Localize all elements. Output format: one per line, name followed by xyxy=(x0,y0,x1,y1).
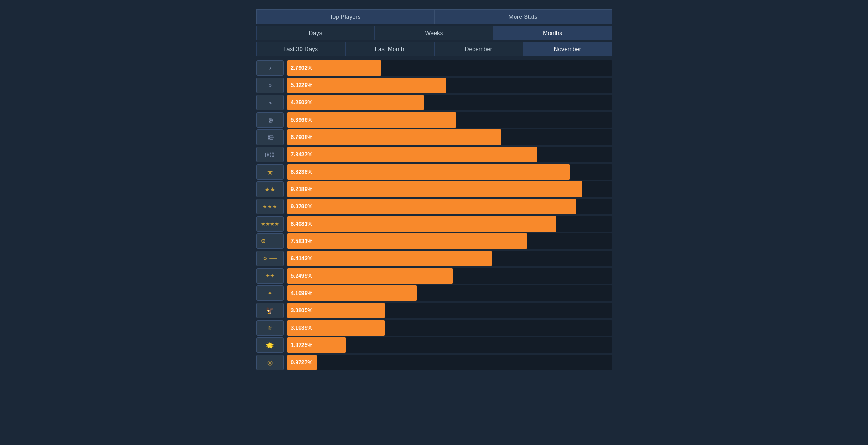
bar-fill-2: 4.2503% xyxy=(287,95,424,110)
bar-fill-8: 9.0790% xyxy=(287,199,577,214)
bar-fill-16: 1.8725% xyxy=(287,337,346,353)
bar-fill-15: 3.1039% xyxy=(287,320,385,336)
chart-row: ⚙ ═══7.5831% xyxy=(256,233,612,249)
rank-icon-8: ★★★ xyxy=(256,199,284,214)
chart-row: 🌟1.8725% xyxy=(256,337,612,353)
bar-container-5: 7.8427% xyxy=(287,147,612,162)
rank-icon-4: ⟫⟫⟫ xyxy=(256,129,284,145)
sub-period-tabs: Last 30 Days Last Month December Novembe… xyxy=(256,42,612,56)
chart-area: ›2.7902%›› 5.0229%›››4.2503%⟫⟫5.3966%⟫⟫⟫… xyxy=(256,60,612,371)
bar-fill-1: 5.0229% xyxy=(287,78,447,93)
bar-container-12: 5.2499% xyxy=(287,268,612,284)
bar-container-11: 6.4143% xyxy=(287,251,612,266)
rank-icon-16: 🌟 xyxy=(256,337,284,353)
bar-container-16: 1.8725% xyxy=(287,337,612,353)
bar-fill-12: 5.2499% xyxy=(287,268,453,284)
bar-fill-10: 7.5831% xyxy=(287,233,528,249)
chart-row: ★8.8238% xyxy=(256,164,612,180)
chart-row: ⚙ ══6.4143% xyxy=(256,250,612,267)
rank-icon-15: ⚜ xyxy=(256,320,284,336)
bar-fill-14: 3.0805% xyxy=(287,303,385,318)
rank-icon-1: ›› xyxy=(256,78,284,93)
november-tab[interactable]: November xyxy=(523,42,612,56)
bar-container-13: 4.1099% xyxy=(287,285,612,301)
rank-icon-0: › xyxy=(256,60,284,76)
bar-container-8: 9.0790% xyxy=(287,199,612,214)
chart-row: ★★★★8.4081% xyxy=(256,216,612,232)
chart-row: ✦✦5.2499% xyxy=(256,268,612,284)
rank-icon-5: |⟫⟫⟫ xyxy=(256,147,284,162)
bar-container-7: 9.2189% xyxy=(287,181,612,197)
time-tabs: Days Weeks Months xyxy=(256,26,612,40)
bar-fill-17: 0.9727% xyxy=(287,355,317,370)
bar-container-4: 6.7908% xyxy=(287,129,612,145)
bar-fill-11: 6.4143% xyxy=(287,251,492,266)
bar-fill-4: 6.7908% xyxy=(287,129,502,145)
bar-container-6: 8.8238% xyxy=(287,164,612,180)
bar-container-10: 7.5831% xyxy=(287,233,612,249)
rank-icon-6: ★ xyxy=(256,164,284,180)
bar-container-14: 3.0805% xyxy=(287,303,612,318)
chart-row: ◎0.9727% xyxy=(256,354,612,371)
rank-icon-12: ✦✦ xyxy=(256,268,284,284)
chart-row: ›2.7902% xyxy=(256,60,612,76)
bar-container-2: 4.2503% xyxy=(287,95,612,110)
bar-container-1: 5.0229% xyxy=(287,78,612,93)
more-stats-button[interactable]: More Stats xyxy=(434,9,612,24)
bar-fill-3: 5.3966% xyxy=(287,112,456,128)
chart-row: ›››4.2503% xyxy=(256,94,612,111)
rank-icon-2: ››› xyxy=(256,95,284,110)
rank-icon-10: ⚙ ═══ xyxy=(256,233,284,249)
bar-container-9: 8.4081% xyxy=(287,216,612,232)
december-tab[interactable]: December xyxy=(434,42,523,56)
last-month-tab[interactable]: Last Month xyxy=(345,42,434,56)
chart-row: ⟫⟫5.3966% xyxy=(256,112,612,128)
last-30-days-tab[interactable]: Last 30 Days xyxy=(256,42,345,56)
main-nav: Top Players More Stats xyxy=(256,9,612,24)
rank-icon-7: ★★ xyxy=(256,181,284,197)
chart-row: ★★9.2189% xyxy=(256,181,612,197)
chart-row: ⚜3.1039% xyxy=(256,320,612,336)
bar-container-17: 0.9727% xyxy=(287,355,612,370)
bar-fill-5: 7.8427% xyxy=(287,147,537,162)
rank-icon-11: ⚙ ══ xyxy=(256,251,284,266)
bar-fill-9: 8.4081% xyxy=(287,216,557,232)
chart-row: ›› 5.0229% xyxy=(256,77,612,93)
top-players-button[interactable]: Top Players xyxy=(256,9,434,24)
chart-row: ⟫⟫⟫6.7908% xyxy=(256,129,612,145)
chart-row: ★★★9.0790% xyxy=(256,198,612,215)
main-container: Top Players More Stats Days Weeks Months… xyxy=(256,9,612,440)
rank-icon-13: ✦ xyxy=(256,285,284,301)
days-tab[interactable]: Days xyxy=(256,26,375,40)
weeks-tab[interactable]: Weeks xyxy=(375,26,494,40)
bar-fill-7: 9.2189% xyxy=(287,181,583,197)
rank-icon-17: ◎ xyxy=(256,355,284,370)
chart-row: |⟫⟫⟫7.8427% xyxy=(256,146,612,163)
months-tab[interactable]: Months xyxy=(494,26,612,40)
chart-row: 🦅3.0805% xyxy=(256,302,612,319)
bar-container-0: 2.7902% xyxy=(287,60,612,76)
bar-container-3: 5.3966% xyxy=(287,112,612,128)
bar-fill-6: 8.8238% xyxy=(287,164,570,180)
rank-icon-3: ⟫⟫ xyxy=(256,112,284,128)
bar-container-15: 3.1039% xyxy=(287,320,612,336)
rank-icon-14: 🦅 xyxy=(256,303,284,318)
bar-fill-0: 2.7902% xyxy=(287,60,381,76)
bar-fill-13: 4.1099% xyxy=(287,285,417,301)
rank-icon-9: ★★★★ xyxy=(256,216,284,232)
chart-row: ✦4.1099% xyxy=(256,285,612,301)
